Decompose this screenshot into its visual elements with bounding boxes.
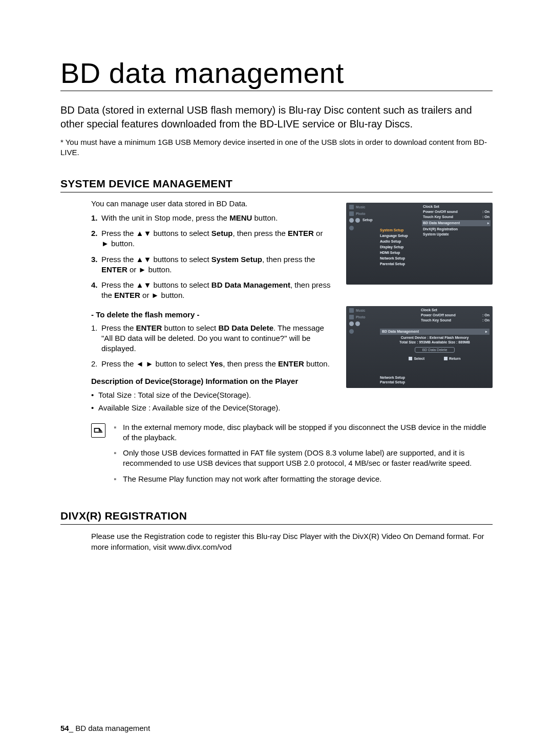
menu-highlight: System Setup	[380, 228, 415, 232]
ui-screenshot-1: Music Photo Setup System Setup Language …	[346, 203, 493, 285]
return-hint: Return	[444, 357, 461, 361]
gear-icon	[355, 321, 360, 326]
note-1: In the external memory mode, disc playba…	[114, 422, 493, 443]
note-icon	[91, 423, 105, 438]
gear-icon	[349, 321, 354, 326]
step-2: 2.Press the ▲▼ buttons to select Setup, …	[91, 228, 332, 249]
desc-bullet-2: Available Size : Available size of the D…	[91, 402, 332, 413]
square-icon	[444, 357, 448, 360]
delete-flash-heading: - To delete the flash memory -	[91, 310, 332, 319]
highlight-row: BD Data Management▸	[422, 220, 491, 226]
note-3: The Resume Play function may not work af…	[114, 474, 493, 484]
music-icon	[349, 308, 354, 313]
gear-icon	[355, 218, 360, 223]
ui-screenshot-2: Music Photo Clock Set Power On/Off sound…	[346, 306, 493, 388]
section-heading-divx: DIVX(R) REGISTRATION	[60, 510, 493, 525]
footnote: * You must have a minimum 1GB USB Memory…	[60, 137, 493, 158]
desc-bullet-1: Total Size : Total size of the Device(St…	[91, 390, 332, 400]
note-2: Only those USB devices formatted in FAT …	[114, 448, 493, 469]
page-footer: 54_ BD data management	[60, 724, 150, 732]
section1-lead: You can manage user data stored in BD Da…	[91, 199, 332, 209]
disc-icon	[349, 226, 354, 230]
del-step-2: 2.Press the ◄ ► button to select Yes, th…	[91, 359, 332, 369]
disc-icon	[349, 329, 354, 334]
desc-bullets: Total Size : Total size of the Device(St…	[91, 390, 332, 413]
divx-paragraph: Please use the Registration code to regi…	[91, 531, 493, 552]
square-icon	[409, 357, 412, 360]
notes: In the external memory mode, disc playba…	[114, 422, 493, 489]
step-4: 4.Press the ▲▼ buttons to select BD Data…	[91, 280, 332, 301]
step-3: 3.Press the ▲▼ buttons to select System …	[91, 254, 332, 275]
chevron-right-icon: ▸	[485, 221, 490, 225]
highlight-row: BD Data Management▸	[380, 329, 490, 335]
page-title: BD data management	[60, 56, 493, 91]
section-heading-system-device: SYSTEM DEVICE MANAGEMENT	[60, 178, 493, 192]
photo-icon	[349, 211, 354, 216]
intro-paragraph: BD Data (stored in external USB flash me…	[60, 103, 493, 131]
setup-steps: 1.With the unit in Stop mode, press the …	[91, 213, 332, 301]
select-hint: Select	[409, 357, 424, 361]
del-step-1: 1.Press the ENTER button to select BD Da…	[91, 323, 332, 354]
desc-heading: Description of Device(Storage) Informati…	[91, 377, 332, 385]
photo-icon	[349, 315, 354, 319]
step-1: 1.With the unit in Stop mode, press the …	[91, 213, 332, 223]
chevron-right-icon: ▸	[485, 330, 487, 334]
bd-data-delete-button: BD Data Delete	[415, 347, 455, 353]
music-icon	[349, 205, 354, 209]
delete-steps: 1.Press the ENTER button to select BD Da…	[91, 323, 332, 370]
gear-icon	[349, 218, 354, 223]
